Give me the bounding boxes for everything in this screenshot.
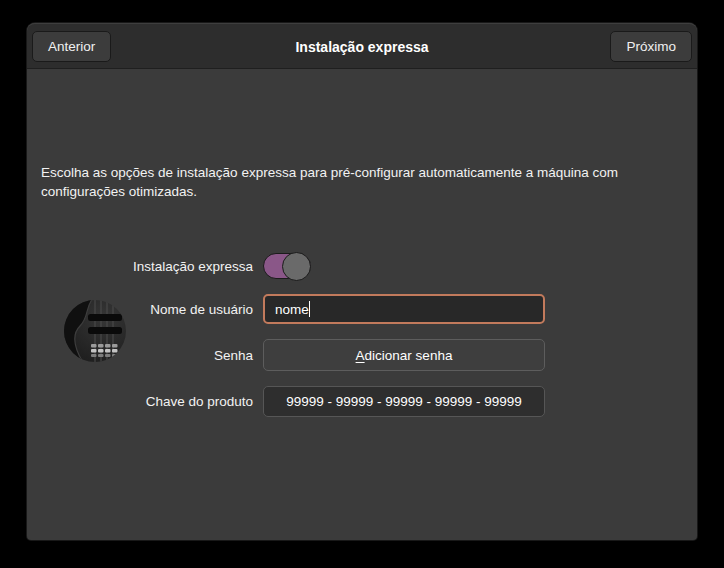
username-label: Nome de usuário (27, 302, 253, 317)
next-button[interactable]: Próximo (610, 31, 692, 62)
button-label-rest: dicionar senha (365, 348, 453, 363)
mnemonic-char: A (356, 348, 365, 363)
password-label: Senha (27, 348, 253, 363)
express-install-window: Anterior Instalação expressa Próximo Esc… (27, 23, 697, 540)
product-key-input[interactable] (263, 386, 545, 417)
window-title: Instalação expressa (27, 24, 697, 70)
username-input[interactable] (263, 294, 545, 324)
product-key-label: Chave do produto (27, 394, 253, 409)
express-install-label: Instalação expressa (27, 259, 253, 274)
intro-line-2: configurações otimizadas. (41, 182, 683, 201)
express-install-form: Instalação expressa Nome de usuário Senh… (27, 253, 545, 417)
previous-button[interactable]: Anterior (32, 31, 111, 62)
toggle-knob (282, 252, 311, 281)
backdrop: { "titlebar": { "back_label": "Anterior"… (0, 0, 724, 568)
intro-line-1: Escolha as opções de instalação expressa… (41, 163, 683, 182)
express-install-toggle[interactable] (263, 253, 311, 279)
intro-text: Escolha as opções de instalação expressa… (41, 163, 683, 201)
add-password-button[interactable]: Adicionar senha (263, 339, 545, 371)
headerbar: Anterior Instalação expressa Próximo (27, 23, 697, 69)
